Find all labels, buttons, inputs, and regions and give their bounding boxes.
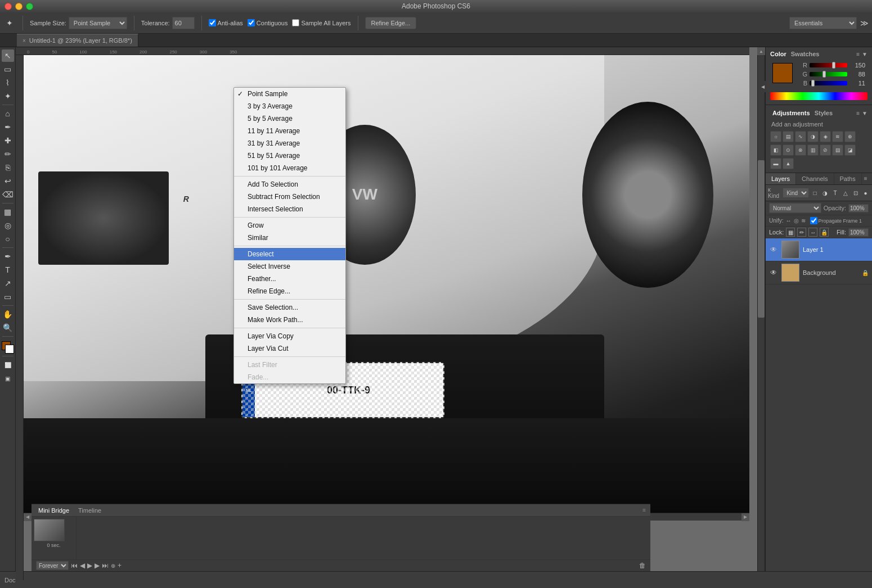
kind-select[interactable]: Kind xyxy=(783,188,809,198)
context-menu-item-select-inverse[interactable]: Select Inverse xyxy=(234,260,345,273)
delete-frame-button[interactable]: 🗑 xyxy=(639,562,646,569)
tool-gradient[interactable]: ▦ xyxy=(2,206,14,218)
tolerance-input[interactable] xyxy=(172,17,195,29)
timeline-options-icon[interactable]: ≡ xyxy=(642,507,646,513)
document-tab[interactable]: × Untitled-1 @ 239% (Layer 1, RGB/8*) xyxy=(17,34,138,47)
context-menu-item-refine-edge...[interactable]: Refine Edge... xyxy=(234,285,345,297)
type-filter-icon[interactable]: T xyxy=(831,188,839,198)
mini-bridge-tab[interactable]: Mini Bridge xyxy=(36,507,71,514)
context-menu-item-similar[interactable]: Similar xyxy=(234,232,345,244)
context-menu-item-51-by-51-average[interactable]: 51 by 51 Average xyxy=(234,150,345,162)
workspace-expand-icon[interactable]: ≫ xyxy=(860,19,869,28)
tool-magic-wand[interactable]: ✦ xyxy=(2,90,14,102)
color-lookup-icon[interactable]: ▥ xyxy=(807,144,819,156)
sample-all-layers-checkbox[interactable] xyxy=(292,19,299,26)
context-menu-item-3-by-3-average[interactable]: 3 by 3 Average xyxy=(234,100,345,112)
background-visibility-icon[interactable]: 👁 xyxy=(769,268,778,277)
play-button[interactable]: ▶ xyxy=(87,562,92,569)
threshold-icon[interactable]: ◪ xyxy=(844,144,856,156)
tool-hand[interactable]: ✋ xyxy=(2,308,14,320)
sample-all-layers-label[interactable]: Sample All Layers xyxy=(292,19,350,26)
close-button[interactable] xyxy=(5,3,12,10)
blend-mode-select[interactable]: Normal Multiply Screen xyxy=(769,203,821,213)
swatches-tab[interactable]: Swatches xyxy=(791,51,820,57)
tool-heal[interactable]: ✚ xyxy=(2,134,14,147)
color-tab[interactable]: Color xyxy=(770,51,786,57)
background-color[interactable] xyxy=(5,345,14,354)
context-menu-item-101-by-101-average[interactable]: 101 by 101 Average xyxy=(234,162,345,174)
context-menu-item-make-work-path...[interactable]: Make Work Path... xyxy=(234,314,345,326)
tool-crop[interactable]: ⌂ xyxy=(2,107,14,120)
vscroll-thumb[interactable] xyxy=(758,160,765,318)
b-slider[interactable] xyxy=(810,81,847,85)
window-controls[interactable] xyxy=(5,3,33,10)
layers-tab[interactable]: Layers xyxy=(766,173,796,184)
opacity-input[interactable] xyxy=(848,204,869,212)
propagate-label[interactable]: Propagate Frame 1 xyxy=(810,217,862,224)
hue-sat-icon[interactable]: ≋ xyxy=(832,131,843,142)
canvas-image[interactable]: VW NL 00-TTK-9 R xyxy=(24,55,749,521)
scroll-right-arrow[interactable]: ▶ xyxy=(741,513,749,521)
tool-stamp[interactable]: ⎘ xyxy=(2,161,14,174)
unify-style-icon[interactable]: ≋ xyxy=(801,218,806,224)
styles-tab[interactable]: Styles xyxy=(815,110,833,116)
contiguous-label[interactable]: Contiguous xyxy=(248,19,288,26)
anti-alias-checkbox[interactable] xyxy=(209,19,216,26)
vertical-scrollbar[interactable]: ▲ ▼ xyxy=(757,47,765,588)
tool-brush[interactable]: ✏ xyxy=(2,148,14,160)
play-start-button[interactable]: ⏮ xyxy=(71,562,78,569)
curves-icon[interactable]: ∿ xyxy=(795,131,806,142)
frame-thumbnail[interactable] xyxy=(34,519,65,541)
minimize-button[interactable] xyxy=(15,3,23,10)
context-menu-item-31-by-31-average[interactable]: 31 by 31 Average xyxy=(234,137,345,150)
layer-item-layer1[interactable]: 👁 Layer 1 xyxy=(766,238,872,261)
context-menu-item-intersect-selection[interactable]: Intersect Selection xyxy=(234,203,345,215)
panel-options-icon[interactable]: ≡ xyxy=(856,51,860,57)
step-back-button[interactable]: ◀ xyxy=(80,562,85,569)
layers-filter-toggle[interactable]: ● xyxy=(861,188,870,198)
context-menu-item-grow[interactable]: Grow xyxy=(234,219,345,232)
context-menu-item-5-by-5-average[interactable]: 5 by 5 Average xyxy=(234,112,345,125)
foreground-background-colors[interactable] xyxy=(2,341,14,354)
foreground-swatch[interactable] xyxy=(772,63,793,83)
r-slider[interactable] xyxy=(810,63,847,67)
context-menu-item-11-by-11-average[interactable]: 11 by 11 Average xyxy=(234,125,345,137)
tool-lasso[interactable]: ⌇ xyxy=(2,76,14,89)
context-menu-item-subtract-from-selection[interactable]: Subtract From Selection xyxy=(234,191,345,203)
workspace-select[interactable]: Essentials xyxy=(789,17,857,29)
lock-position-icon[interactable]: ↔ xyxy=(808,228,817,237)
refine-edge-button[interactable]: Refine Edge... xyxy=(365,17,417,29)
channels-tab[interactable]: Channels xyxy=(796,173,834,184)
step-forward-button[interactable]: ▶ xyxy=(95,562,100,569)
smart-filter-icon[interactable]: ⊡ xyxy=(851,188,860,198)
channel-mixer-icon[interactable]: ⊗ xyxy=(795,144,806,156)
posterize-icon[interactable]: ▤ xyxy=(832,144,843,156)
tool-quick-mask[interactable]: ⬜ xyxy=(2,359,14,371)
adjustments-tab[interactable]: Adjustments xyxy=(772,110,810,116)
tool-pen[interactable]: ✒ xyxy=(2,250,14,263)
layers-panel-collapse[interactable]: ▼ xyxy=(870,173,873,184)
adj-filter-icon[interactable]: ◑ xyxy=(821,188,829,198)
adj-collapse-icon[interactable]: ▼ xyxy=(862,110,867,116)
maximize-button[interactable] xyxy=(26,3,33,10)
anti-alias-label[interactable]: Anti-alias xyxy=(209,19,243,26)
shape-filter-icon[interactable]: △ xyxy=(841,188,849,198)
tool-zoom[interactable]: 🔍 xyxy=(2,322,14,334)
sample-size-select[interactable]: Point Sample 3 by 3 Average 5 by 5 Avera… xyxy=(69,17,127,29)
color-balance-icon[interactable]: ⊕ xyxy=(844,131,856,142)
tool-eyedropper[interactable]: ✒ xyxy=(2,121,14,133)
adj-options-icon[interactable]: ≡ xyxy=(856,110,860,116)
r-slider-thumb[interactable] xyxy=(832,62,835,69)
tool-screen-mode[interactable]: ▣ xyxy=(2,372,14,385)
context-menu-item-feather...[interactable]: Feather... xyxy=(234,273,345,285)
tab-close-icon[interactable]: × xyxy=(23,38,26,44)
play-end-button[interactable]: ⏭ xyxy=(102,562,109,569)
invert-icon[interactable]: ⊘ xyxy=(820,144,831,156)
tool-marquee[interactable]: ▭ xyxy=(2,63,14,75)
tool-shape[interactable]: ▭ xyxy=(2,291,14,303)
context-menu-item-deselect[interactable]: Deselect xyxy=(234,248,345,260)
tool-dodge[interactable]: ○ xyxy=(2,233,14,245)
loop-select[interactable]: Forever Once 3 Times xyxy=(36,561,69,570)
context-menu-item-layer-via-cut[interactable]: Layer Via Cut xyxy=(234,342,345,355)
color-spectrum[interactable] xyxy=(770,92,867,100)
